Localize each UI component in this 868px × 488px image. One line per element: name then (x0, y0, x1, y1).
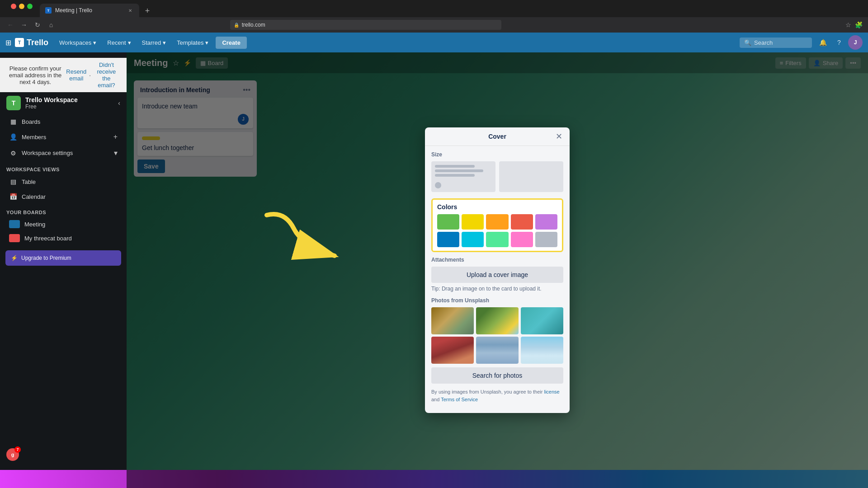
sidebar-item-table[interactable]: ▤ Table (3, 174, 124, 189)
resend-email-link[interactable]: Resend email (66, 68, 86, 82)
sidebar: Please confirm your email address in the… (0, 52, 127, 488)
trello-logo-icon: T (15, 38, 24, 47)
upgrade-to-premium[interactable]: ⚡ Upgrade to Premium (5, 250, 121, 266)
photo-thumb-1[interactable] (431, 307, 474, 334)
photos-grid (431, 307, 563, 364)
maximize-traffic-btn[interactable] (27, 4, 33, 9)
chevron-down-icon: ▾ (93, 39, 96, 46)
sidebar-boards-label: Boards (22, 118, 40, 125)
email-help-link[interactable]: Didn't receive the email? (94, 61, 119, 89)
browser-tab[interactable]: T Meeting | Trello ✕ (40, 4, 139, 17)
logo-text: Trello (27, 38, 48, 47)
address-bar[interactable]: 🔒 trello.com (230, 20, 501, 30)
notification-badge: 7 (14, 446, 21, 453)
color-swatch-pink[interactable] (511, 232, 533, 247)
board-item-threecat[interactable]: My threecat board (3, 231, 124, 245)
color-swatch-orange[interactable] (486, 214, 508, 230)
search-icon: 🔍 (744, 39, 751, 46)
lock-icon: 🔒 (234, 23, 239, 28)
board-item-meeting[interactable]: Meeting (3, 217, 124, 231)
photo-thumb-6[interactable] (521, 337, 563, 364)
workspace-views-title: Workspace views (0, 161, 127, 174)
cover-modal: Cover ✕ Size (425, 127, 570, 413)
color-swatch-green[interactable] (437, 214, 459, 230)
chevron-down-icon: ▾ (128, 39, 131, 46)
calendar-label: Calendar (22, 193, 46, 200)
recent-nav[interactable]: Recent ▾ (104, 38, 134, 48)
attachments-label: Attachments (431, 257, 563, 263)
your-boards-title: Your boards (0, 204, 127, 217)
minimize-traffic-btn[interactable] (19, 4, 24, 9)
workspace-icon: T (6, 96, 21, 110)
size-section: Size (431, 151, 563, 192)
back-btn[interactable]: ← (5, 21, 15, 28)
modal-title: Cover (488, 133, 506, 140)
upgrade-label: Upgrade to Premium (21, 255, 71, 261)
settings-chevron-icon: ▾ (114, 149, 118, 157)
modal-header: Cover ✕ (425, 127, 570, 146)
terms-link[interactable]: Terms of Service (441, 397, 478, 402)
notifications-btn[interactable]: 🔔 (816, 35, 830, 50)
user-avatar[interactable]: J (848, 35, 863, 50)
modal-close-btn[interactable]: ✕ (552, 130, 565, 143)
add-member-icon[interactable]: + (113, 133, 118, 141)
color-swatch-purple[interactable] (535, 214, 557, 230)
size-option-small[interactable] (431, 161, 495, 192)
upload-cover-btn[interactable]: Upload a cover image (431, 267, 563, 283)
sidebar-item-boards[interactable]: ▦ Boards (3, 114, 124, 129)
close-traffic-btn[interactable] (11, 4, 16, 9)
sidebar-settings-label: Workspace settings (22, 150, 73, 156)
color-swatch-gray[interactable] (535, 232, 557, 247)
trello-logo[interactable]: T Trello (15, 38, 48, 47)
color-swatch-cyan[interactable] (462, 232, 484, 247)
color-swatch-mint[interactable] (486, 232, 508, 247)
create-button[interactable]: Create (216, 37, 246, 49)
tab-close-btn[interactable]: ✕ (127, 7, 134, 14)
board-label-threecat: My threecat board (24, 235, 72, 242)
photo-thumb-5[interactable] (476, 337, 519, 364)
search-bar[interactable]: 🔍 Search (740, 38, 812, 48)
board-label-meeting: Meeting (24, 221, 45, 228)
license-link[interactable]: license (544, 389, 559, 394)
size-line-2 (435, 169, 483, 172)
sidebar-workspace[interactable]: T Trello Workspace Free ‹ (0, 92, 127, 114)
size-option-large[interactable] (499, 161, 563, 192)
extensions-icon[interactable]: 🧩 (855, 21, 863, 28)
color-swatch-yellow[interactable] (462, 214, 484, 230)
attribution-text: By using images from Unsplash, you agree… (431, 389, 542, 394)
sidebar-toggle-icon[interactable]: ‹ (118, 99, 120, 107)
photo-thumb-3[interactable] (521, 307, 563, 334)
chevron-down-icon: ▾ (205, 39, 208, 46)
search-photos-btn[interactable]: Search for photos (431, 367, 563, 384)
unsplash-attribution: By using images from Unsplash, you agree… (431, 388, 563, 403)
colors-highlight-box: Colors (431, 198, 563, 252)
colors-section-label: Colors (437, 203, 557, 211)
grid-icon[interactable]: ⊞ (5, 38, 11, 47)
tab-title: Meeting | Trello (55, 7, 92, 14)
bookmark-icon[interactable]: ☆ (845, 21, 851, 28)
workspaces-nav[interactable]: Workspaces ▾ (56, 38, 100, 48)
sidebar-item-settings[interactable]: ⚙ Workspace settings ▾ (3, 145, 124, 161)
reload-btn[interactable]: ↻ (33, 21, 42, 28)
new-tab-btn[interactable]: + (141, 5, 154, 17)
chevron-down-icon: ▾ (163, 39, 166, 46)
sidebar-item-members[interactable]: 👤 Members + (3, 129, 124, 145)
email-banner-text: Please confirm your email address in the… (7, 65, 63, 85)
color-swatch-blue[interactable] (437, 232, 459, 247)
size-line-3 (435, 174, 475, 177)
color-swatch-red[interactable] (511, 214, 533, 230)
main-layout: Please confirm your email address in the… (0, 52, 868, 488)
photo-thumb-2[interactable] (476, 307, 519, 334)
photo-thumb-4[interactable] (431, 337, 474, 364)
templates-nav[interactable]: Templates ▾ (173, 38, 212, 48)
starred-nav[interactable]: Starred ▾ (138, 38, 170, 48)
info-btn[interactable]: ? (832, 35, 846, 50)
url-text: trello.com (242, 22, 265, 28)
workspace-plan: Free (25, 103, 113, 110)
sidebar-item-calendar[interactable]: 📅 Calendar (3, 189, 124, 204)
browser-actions: ☆ 🧩 (845, 21, 863, 28)
forward-btn[interactable]: → (19, 21, 29, 28)
home-btn[interactable]: ⌂ (46, 21, 56, 28)
colors-grid (437, 214, 557, 247)
user-avatar-sidebar[interactable]: g 7 (6, 448, 19, 461)
